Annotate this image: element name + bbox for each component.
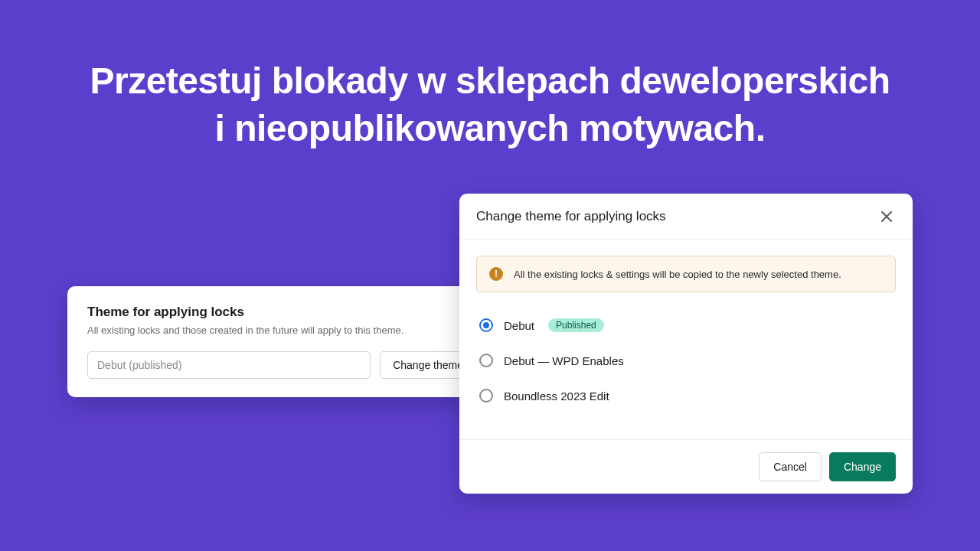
cancel-button[interactable]: Cancel: [759, 452, 822, 481]
warning-icon: !: [489, 267, 503, 281]
hero-title-line2: i nieopublikowanych motywach.: [215, 108, 766, 148]
radio-label: Boundless 2023 Edit: [504, 390, 609, 403]
radio-label: Debut: [504, 319, 534, 332]
published-badge: Published: [548, 318, 604, 332]
radio-input[interactable]: [479, 354, 493, 367]
close-icon: [880, 210, 893, 223]
modal-body: ! All the existing locks & settings will…: [459, 240, 913, 421]
radio-input[interactable]: [479, 318, 493, 332]
modal-footer: Cancel Change: [459, 439, 913, 494]
change-button[interactable]: Change: [829, 452, 896, 481]
modal-title: Change theme for applying locks: [476, 209, 666, 224]
theme-input[interactable]: [87, 351, 371, 379]
hero-title: Przetestuj blokady w sklepach dewelopers…: [0, 0, 980, 153]
field-row: Change theme: [87, 351, 476, 379]
radio-label: Debut — WPD Enables: [504, 354, 624, 367]
card-description: All existing locks and those created in …: [87, 324, 476, 336]
modal-header: Change theme for applying locks: [459, 194, 913, 240]
theme-option-debut-wpd[interactable]: Debut — WPD Enables: [476, 343, 896, 378]
hero-title-line1: Przetestuj blokady w sklepach dewelopers…: [90, 60, 890, 101]
card-title: Theme for applying locks: [87, 305, 476, 320]
close-button[interactable]: [877, 207, 896, 226]
warning-alert: ! All the existing locks & settings will…: [476, 256, 896, 292]
radio-input[interactable]: [479, 389, 493, 403]
theme-option-debut[interactable]: Debut Published: [476, 308, 896, 343]
theme-radio-list: Debut Published Debut — WPD Enables Boun…: [476, 308, 896, 413]
theme-settings-card: Theme for applying locks All existing lo…: [67, 286, 496, 397]
change-theme-modal: Change theme for applying locks ! All th…: [459, 194, 913, 494]
alert-text: All the existing locks & settings will b…: [514, 269, 841, 280]
theme-option-boundless[interactable]: Boundless 2023 Edit: [476, 378, 896, 413]
